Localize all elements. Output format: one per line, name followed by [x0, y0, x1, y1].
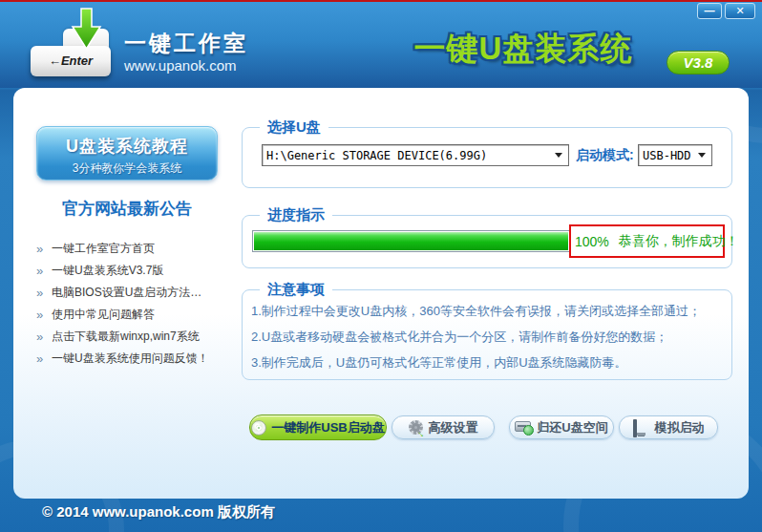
version-badge: V3.8 [667, 51, 730, 74]
boot-mode-label: 启动模式: [576, 147, 634, 164]
progress-fill [254, 232, 568, 250]
notice-section: 注意事项 1.制作过程中会更改U盘内核，360等安全软件会有误报，请关闭或选择全… [242, 289, 732, 380]
notice-item: 1.制作过程中会更改U盘内核，360等安全软件会有误报，请关闭或选择全部通过； [251, 303, 701, 320]
advanced-settings-button[interactable]: → 高级设置 [392, 415, 495, 439]
sidebar-link-download[interactable]: » 点击下载最新winxp,win7系统 [34, 326, 235, 348]
header: ←Enter 一键工作室 www.upanok.com 一键U盘装系统 V3.8 [0, 2, 762, 88]
select-disk-section: 选择U盘 H:\Generic STORAGE DEVICE(6.99G) 启动… [242, 127, 732, 188]
sidebar-link-v37[interactable]: » 一键U盘装系统V3.7版 [34, 260, 235, 282]
tutorial-button[interactable]: U盘装系统教程 3分种教你学会装系统 [36, 126, 218, 181]
restore-space-button[interactable]: 归还U盘空间 [509, 415, 614, 439]
device-select[interactable]: H:\Generic STORAGE DEVICE(6.99G) [262, 144, 569, 166]
restore-space-label: 归还U盘空间 [537, 419, 607, 436]
announcements-heading: 官方网站最新公告 [32, 198, 222, 220]
notice-legend: 注意事项 [260, 281, 332, 299]
sidebar-link-label: 电脑BIOS设置U盘启动方法… [52, 285, 201, 301]
progress-legend: 进度指示 [260, 206, 332, 224]
chevron-down-icon [555, 153, 562, 158]
announcement-links: » 一键工作室官方首页 » 一键U盘装系统V3.7版 » 电脑BIOS设置U盘启… [34, 238, 235, 370]
chevron-bullet-icon: » [34, 286, 52, 300]
success-message: 恭喜你，制作成功！ [619, 233, 739, 250]
simulate-boot-label: 模拟启动 [655, 419, 705, 436]
chevron-bullet-icon: » [34, 351, 52, 366]
close-button[interactable]: ✕ [725, 3, 755, 19]
sidebar-link-label: 一键U盘装系统使用问题反馈！ [52, 351, 209, 367]
create-usb-button-label: 一键制作USB启动盘 [271, 419, 384, 436]
studio-website: www.upanok.com [124, 57, 237, 74]
sidebar-link-bios[interactable]: » 电脑BIOS设置U盘启动方法… [34, 282, 235, 304]
simulate-boot-button[interactable]: 模拟启动 [619, 415, 718, 439]
sidebar-link-label: 一键U盘装系统V3.7版 [52, 263, 163, 279]
cd-disc-icon [251, 420, 266, 436]
enter-key-logo: ←Enter [27, 8, 122, 86]
gear-arrow-icon: → [414, 426, 429, 440]
chevron-down-icon [698, 153, 706, 158]
copyright-text: © 2014 www.upanok.com 版权所有 [42, 503, 275, 521]
advanced-settings-label: 高级设置 [429, 419, 478, 436]
sidebar-link-label: 使用中常见问题解答 [52, 307, 155, 323]
boot-mode-select[interactable]: USB-HDD [638, 144, 712, 166]
sidebar-link-home[interactable]: » 一键工作室官方首页 [34, 238, 235, 260]
create-usb-button[interactable]: 一键制作USB启动盘 [249, 415, 387, 440]
app-title: 一键U盘装系统 [380, 28, 667, 71]
boot-mode-value: USB-HDD [639, 149, 698, 162]
sidebar-link-label: 一键工作室官方首页 [52, 241, 155, 257]
window-top-border [0, 0, 762, 2]
chevron-bullet-icon: » [34, 308, 52, 322]
sidebar-link-label: 点击下载最新winxp,win7系统 [52, 329, 200, 345]
close-icon: ✕ [735, 5, 744, 16]
gear-icon: → [409, 420, 423, 435]
progress-bar [252, 230, 570, 252]
select-disk-legend: 选择U盘 [260, 118, 328, 137]
chevron-bullet-icon: » [34, 264, 52, 278]
chevron-bullet-icon: » [34, 242, 52, 256]
device-select-value: H:\Generic STORAGE DEVICE(6.99G) [263, 149, 555, 162]
chevron-bullet-icon: » [34, 330, 52, 344]
notice-item: 3.制作完成后，U盘仍可格式化等正常使用，内部U盘系统隐藏防毒。 [251, 354, 627, 372]
drive-globe-icon [515, 421, 531, 432]
progress-percent: 100% [575, 234, 609, 249]
tutorial-button-subtitle: 3分种教你学会装系统 [37, 160, 217, 177]
progress-section: 进度指示 100% 恭喜你，制作成功！ [242, 215, 732, 268]
sidebar-link-feedback[interactable]: » 一键U盘装系统使用问题反馈！ [34, 348, 235, 370]
tutorial-button-title: U盘装系统教程 [37, 135, 217, 158]
studio-name: 一键工作室 [124, 29, 248, 58]
minimize-button[interactable]: — [697, 3, 722, 19]
sidebar-link-faq[interactable]: » 使用中常见问题解答 [34, 304, 235, 326]
success-message-box: 100% 恭喜你，制作成功！ [569, 224, 725, 258]
notice-item: 2.U盘或者移动硬盘会被格式化并合为一个分区，请制作前备份好您的数据； [251, 329, 667, 346]
monitor-icon [633, 421, 649, 435]
green-download-arrow-icon [69, 8, 103, 52]
minimize-icon: — [705, 5, 715, 16]
